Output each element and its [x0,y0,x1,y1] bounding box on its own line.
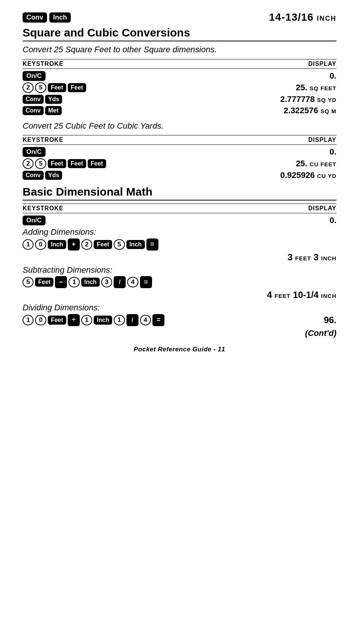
section1-heading: Square and Cubic Conversions [23,26,336,39]
section1-display-0: 0. [330,71,336,81]
section2-desc: Convert 25 Cubic Feet to Cubic Yards. [23,121,336,132]
key-feet-6: Feet [94,240,112,249]
onc-key-2: On/C [23,147,46,157]
section2-display-1: 25. CU FEET [296,159,336,169]
key-1a: 1 [23,239,33,250]
key-1c: 1 [23,315,33,325]
header-title: 14-13/16 INCH [269,11,336,23]
section3-keys-onc: On/C [23,216,46,225]
key-5: 5 [35,82,46,93]
key-conv-2: Conv [23,106,44,115]
onc-key-3: On/C [23,216,46,225]
key-slash-2: / [126,314,138,326]
key-feet-7: Feet [35,278,53,287]
key-feet-5: Feet [88,159,106,168]
key-conv-1: Conv [23,95,44,104]
inch-badge: Inch [49,12,71,23]
section3-ks-header: KEYSTROKE DISPLAY [23,204,336,213]
section2-keys-0: On/C [23,147,46,157]
section1-ks-header: KEYSTROKE DISPLAY [23,59,336,69]
section1-display-1: 25. SQ FEET [296,83,336,93]
key-2: 2 [23,82,33,93]
section1-divider [23,41,336,41]
section2-display-2: 0.925926 CU YD [280,170,336,180]
contd: (Cont'd) [23,328,336,338]
key-yds-2: Yds [45,171,62,180]
key-2c: 2 [81,239,92,250]
section1-keys-0: On/C [23,71,46,81]
section1-row-0: On/C 0. [23,71,336,81]
onc-key: On/C [23,71,46,81]
section3-display-onc: 0. [330,216,336,225]
conv-badge: Conv [23,12,47,23]
key-feet-8: Feet [48,316,66,325]
section2-row-2: Conv Yds 0.925926 CU YD [23,170,336,180]
section1-display-3: 2.322576 SQ M [284,106,336,115]
key-met: Met [45,106,62,115]
section1-keys-3: Conv Met [23,106,62,115]
section3-heading: Basic Dimensional Math [23,185,336,198]
section2-display-0: 0. [330,147,336,157]
adding-label: Adding Dimensions: [23,227,336,238]
dividing-label: Dividing Dimensions: [23,302,336,313]
key-5c: 5 [114,239,125,250]
key-5d: 5 [23,277,33,287]
section1-display-2: 2.777778 SQ YD [280,94,336,104]
key-inch-2: Inch [126,240,145,249]
key-inch-3: Inch [81,278,100,287]
key-inch-4: Inch [94,316,112,325]
key-inch-1: Inch [48,240,66,249]
section1-row-1: 2 5 Feet Feet 25. SQ FEET [23,82,336,93]
key-feet-4: Feet [68,159,86,168]
subtracting-keys-row: 5 Feet − 1 Inch 3 / 4 = [23,276,336,288]
section-square-cubic: Square and Cubic Conversions Convert 25 … [23,26,336,115]
section2-ks-header: KEYSTROKE DISPLAY [23,135,336,145]
key-equals-2: = [140,276,152,288]
section3-divider [23,200,336,200]
section1-keys-2: Conv Yds [23,95,62,104]
subtracting-result: 4 FEET 10-1/4 INCH [23,290,336,300]
key-minus: − [55,276,67,288]
section2-keys-1: 2 5 Feet Feet Feet [23,158,106,169]
subtracting-label: Subtracting Dimensions: [23,265,336,276]
key-plus: + [68,238,80,251]
key-1b: 1 [68,277,79,287]
key-3a: 3 [101,277,112,287]
key-1d: 1 [81,315,92,325]
section-basic-math: Basic Dimensional Math KEYSTROKE DISPLAY… [23,185,336,338]
key-5b: 5 [35,158,46,169]
section1-keys-1: 2 5 Feet Feet [23,82,86,93]
key-feet-1: Feet [48,83,66,92]
key-slash-1: / [114,276,126,288]
key-yds-1: Yds [45,95,62,104]
section1-desc: Convert 25 Square Feet to other Square d… [23,44,336,55]
key-equals-3: = [152,314,164,326]
page-header: Conv Inch 14-13/16 INCH [23,11,336,23]
section2-keys-2: Conv Yds [23,171,62,180]
section2-row-1: 2 5 Feet Feet Feet 25. CU FEET [23,158,336,169]
badge-group: Conv Inch [23,12,71,23]
key-conv-3: Conv [23,171,44,180]
key-1e: 1 [114,315,125,325]
key-4b: 4 [140,315,151,325]
section1-row-2: Conv Yds 2.777778 SQ YD [23,94,336,104]
key-feet-3: Feet [48,159,66,168]
section2-row-0: On/C 0. [23,147,336,157]
key-0a: 0 [35,239,46,250]
dividing-keys-row: 1 0 Feet ÷ 1 Inch 1 / 4 = 96. [23,314,336,326]
adding-keys-row: 1 0 Inch + 2 Feet 5 Inch = [23,238,336,251]
section1-row-3: Conv Met 2.322576 SQ M [23,106,336,115]
section-cubic: Convert 25 Cubic Feet to Cubic Yards. KE… [23,121,336,181]
page-footer: Pocket Reference Guide - 11 [23,346,336,353]
key-0b: 0 [35,315,46,325]
dividing-result: 96. [324,315,336,325]
adding-result: 3 FEET 3 INCH [23,252,336,263]
key-feet-2: Feet [68,83,86,92]
key-2b: 2 [23,158,33,169]
key-equals-1: = [146,238,158,251]
dividing-keys: 1 0 Feet ÷ 1 Inch 1 / 4 = [23,314,164,326]
key-4a: 4 [127,277,138,287]
section3-row-onc: On/C 0. [23,216,336,225]
key-div: ÷ [68,314,80,326]
